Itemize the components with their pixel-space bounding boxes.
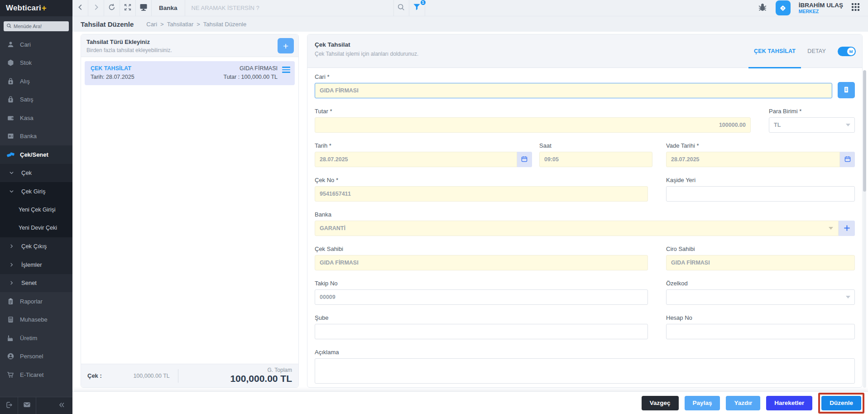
app-logo[interactable]: Webticari+ bbox=[0, 0, 72, 16]
filter-button[interactable]: 1 bbox=[409, 0, 425, 16]
sidebar-item-cek-giris[interactable]: Çek Giriş bbox=[0, 182, 72, 201]
sidebar-item-personel[interactable]: Personel bbox=[0, 347, 72, 366]
logout-button[interactable] bbox=[0, 397, 18, 414]
ciro-sahibi-input[interactable] bbox=[666, 255, 855, 270]
sidebar-item-yeni-cek-girisi[interactable]: Yeni Çek Girişi bbox=[0, 201, 72, 219]
sidebar-item-eticaret[interactable]: E-Ticaret bbox=[0, 366, 72, 384]
sidebar-item-label: Çek Çıkış bbox=[21, 243, 47, 250]
user-info[interactable]: İBRAHİM ULAŞ MERKEZ bbox=[799, 2, 843, 14]
forward-button[interactable] bbox=[88, 0, 104, 16]
menu-search[interactable] bbox=[4, 21, 69, 31]
sidebar-item-uretim[interactable]: Üretim bbox=[0, 329, 72, 347]
refresh-button[interactable] bbox=[104, 0, 120, 16]
cek-no-input[interactable] bbox=[315, 186, 648, 202]
field-label: Saat bbox=[539, 142, 652, 149]
grand-total-value: 100,000.00 TL bbox=[185, 373, 292, 384]
chevron-down-icon bbox=[7, 188, 16, 194]
sidebar-item-label: Senet bbox=[21, 279, 37, 286]
vertical-scrollbar[interactable] bbox=[863, 70, 866, 388]
sidebar-item-yeni-devir-ceki[interactable]: Yeni Devir Çeki bbox=[0, 219, 72, 237]
sidebar-item-raporlar[interactable]: Raporlar bbox=[0, 292, 72, 311]
sidebar-item-cek-senet[interactable]: Çek/Senet bbox=[0, 145, 72, 164]
cari-input[interactable] bbox=[315, 83, 832, 98]
para-birimi-select[interactable] bbox=[769, 117, 855, 133]
field-label: Çek Sahibi bbox=[315, 246, 648, 252]
add-tahsilat-button[interactable]: + bbox=[278, 38, 294, 53]
sidebar-item-muhasebe[interactable]: Muhasebe bbox=[0, 311, 72, 329]
tab-cek-tahsilat[interactable]: ÇEK TAHSİLAT bbox=[754, 34, 796, 68]
tarih-calendar-button[interactable] bbox=[517, 152, 532, 167]
envelope-icon bbox=[23, 400, 31, 411]
banka-add-button[interactable] bbox=[839, 221, 855, 236]
list-icon bbox=[842, 86, 850, 95]
back-button[interactable] bbox=[72, 0, 88, 16]
banka-select[interactable] bbox=[315, 221, 839, 236]
collapse-sidebar-button[interactable] bbox=[51, 401, 72, 411]
sidebar-item-islemler[interactable]: İşlemler bbox=[0, 255, 72, 274]
cek-sahibi-input[interactable] bbox=[315, 255, 648, 270]
apps-grid-icon[interactable] bbox=[851, 3, 860, 13]
sidebar-item-kasa[interactable]: Kasa bbox=[0, 109, 72, 127]
monitor-button[interactable] bbox=[136, 0, 152, 16]
kaside-yeri-input[interactable] bbox=[666, 186, 855, 202]
paylas-button[interactable]: Paylaş bbox=[685, 396, 720, 410]
search-icon bbox=[397, 3, 405, 13]
field-label: Tarih * bbox=[315, 142, 532, 149]
expand-icon bbox=[124, 3, 132, 13]
action-bar: Vazgeç Paylaş Yazdır Hareketler Düzenle bbox=[72, 391, 868, 414]
sidebar-item-alis[interactable]: Alış bbox=[0, 72, 72, 91]
yazdir-button[interactable]: Yazdır bbox=[726, 396, 760, 410]
bug-icon[interactable] bbox=[758, 2, 767, 14]
tutar-input[interactable] bbox=[315, 117, 751, 133]
sidebar-item-cek[interactable]: Çek bbox=[0, 164, 72, 183]
breadcrumb-item[interactable]: Tahsilatlar bbox=[167, 21, 194, 28]
chevron-right-icon bbox=[7, 243, 16, 249]
sidebar-item-label: İşlemler bbox=[21, 261, 42, 268]
takip-no-input[interactable] bbox=[315, 289, 648, 305]
aciklama-textarea[interactable] bbox=[315, 358, 855, 384]
field-label: Banka bbox=[315, 211, 855, 218]
tab-detay[interactable]: DETAY bbox=[807, 34, 826, 68]
search-button[interactable] bbox=[393, 0, 409, 16]
vade-tarihi-calendar-button[interactable] bbox=[840, 152, 855, 167]
avatar[interactable]: ? bbox=[776, 0, 791, 15]
item-menu-icon[interactable] bbox=[282, 65, 290, 81]
sidebar-item-cari[interactable]: Cari bbox=[0, 35, 72, 54]
menu-search-input[interactable] bbox=[14, 24, 54, 29]
sidebar-item-label: Alış bbox=[20, 78, 30, 85]
sidebar-item-cek-cikis[interactable]: Çek Çıkış bbox=[0, 237, 72, 256]
sidebar-item-label: Çek Giriş bbox=[21, 188, 45, 195]
tarih-input[interactable] bbox=[315, 152, 517, 167]
breadcrumb-separator: > bbox=[160, 21, 164, 28]
sube-input[interactable] bbox=[315, 324, 648, 339]
cari-lookup-button[interactable] bbox=[838, 82, 855, 98]
sidebar-item-label: Banka bbox=[20, 133, 37, 140]
duzenle-button[interactable]: Düzenle bbox=[821, 396, 861, 410]
bag-down-icon bbox=[6, 77, 15, 85]
mode-toggle[interactable]: M bbox=[838, 47, 856, 56]
vazgec-button[interactable]: Vazgeç bbox=[642, 396, 679, 410]
safe-icon bbox=[6, 132, 15, 140]
scrollbar-thumb[interactable] bbox=[863, 70, 866, 192]
svg-text:?: ? bbox=[782, 6, 784, 10]
ozelkod-select[interactable] bbox=[666, 289, 855, 305]
breadcrumb-item[interactable]: Cari bbox=[146, 21, 157, 28]
fullscreen-button[interactable] bbox=[120, 0, 136, 16]
hareketler-button[interactable]: Hareketler bbox=[766, 396, 812, 410]
hesap-no-input[interactable] bbox=[666, 324, 855, 339]
form-header: Çek Tahsilat Çek Tahsilat işlemi için al… bbox=[307, 34, 862, 68]
cube-icon bbox=[6, 59, 15, 67]
vade-tarihi-input[interactable] bbox=[666, 152, 840, 167]
tahsilat-list-item[interactable]: ÇEK TAHSİLAT Tarih: 28.07.2025 GIDA FİRM… bbox=[85, 61, 295, 85]
sidebar-item-senet[interactable]: Senet bbox=[0, 274, 72, 293]
saat-input[interactable] bbox=[539, 152, 652, 167]
global-search-input[interactable] bbox=[185, 0, 393, 16]
sidebar-item-label: Stok bbox=[20, 59, 32, 66]
form-body: Cari * Tutar * Para Birimi * bbox=[307, 68, 862, 384]
logout-icon bbox=[5, 401, 13, 411]
sidebar-item-satis[interactable]: Satış bbox=[0, 91, 72, 109]
sidebar-item-stok[interactable]: Stok bbox=[0, 54, 72, 72]
sidebar-item-banka[interactable]: Banka bbox=[0, 127, 72, 146]
messages-button[interactable] bbox=[18, 397, 36, 414]
module-label[interactable]: Banka bbox=[152, 5, 185, 11]
